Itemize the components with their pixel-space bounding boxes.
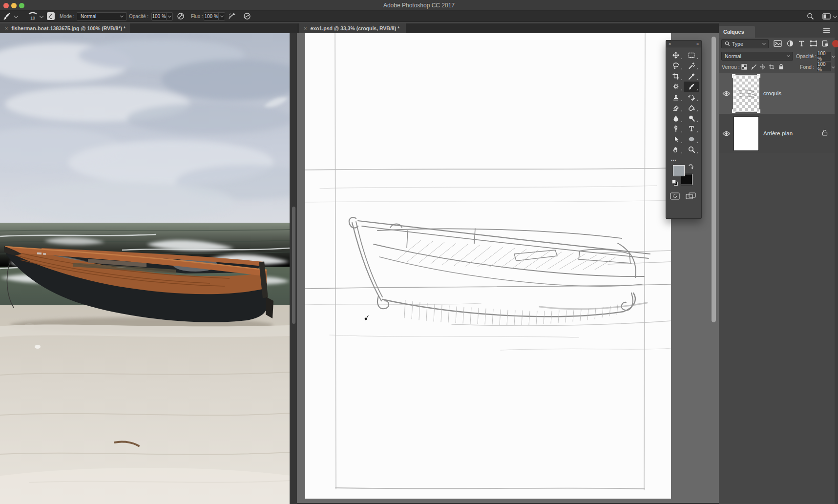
- crop-tool-icon[interactable]: [668, 71, 684, 82]
- right-scrollbar-thumb[interactable]: [712, 37, 716, 322]
- edit-toolbar-icon[interactable]: •••: [666, 155, 701, 162]
- layer-thumbnail-background[interactable]: [733, 116, 759, 151]
- brush-tool-icon[interactable]: [3, 12, 11, 21]
- lock-transparency-icon[interactable]: [741, 64, 747, 71]
- layers-panel-tabrow: Calques: [719, 22, 835, 38]
- layer-opacity-field[interactable]: 100 %: [817, 52, 831, 61]
- pen-tool-icon[interactable]: [668, 124, 684, 134]
- lock-artboard-icon[interactable]: [769, 64, 775, 71]
- layer-row-croquis[interactable]: croquis: [719, 73, 835, 114]
- airbrush-icon[interactable]: [228, 12, 236, 21]
- layer-row-arriere-plan[interactable]: Arrière-plan: [719, 114, 835, 153]
- filter-type-select[interactable]: Type: [721, 39, 769, 48]
- layers-panel: Calques Type Normal Opacité :: [719, 22, 838, 504]
- layer-name[interactable]: Arrière-plan: [763, 130, 793, 136]
- swap-colors-icon[interactable]: [688, 164, 694, 172]
- eraser-tool-icon[interactable]: [668, 103, 684, 113]
- quick-mask-mode-button[interactable]: [670, 192, 680, 202]
- left-tabbar: × fisherman-boat-1383675.jpg @ 100% (RVB…: [0, 23, 297, 33]
- type-tool-icon[interactable]: [684, 124, 699, 134]
- default-colors-icon[interactable]: [672, 180, 676, 184]
- layer-thumbnail-croquis[interactable]: [733, 76, 759, 111]
- boat-sketch: [305, 33, 671, 499]
- workspace-caret[interactable]: [833, 14, 837, 18]
- hand-tool-icon[interactable]: [668, 145, 684, 155]
- dodge-tool-icon[interactable]: [684, 113, 699, 124]
- blur-tool-icon[interactable]: [668, 113, 684, 124]
- opacity-label: Opacité :: [129, 11, 148, 22]
- filter-pixel-layers-icon[interactable]: [774, 40, 782, 49]
- layer-blend-mode-select[interactable]: Normal: [721, 52, 793, 61]
- close-tab-icon[interactable]: ×: [5, 25, 8, 31]
- opacity-field[interactable]: 100 %: [151, 12, 173, 21]
- lock-row: Verrou : Fond : 100 %: [719, 62, 835, 73]
- app-title: Adobe Photoshop CC 2017: [0, 2, 838, 9]
- layer-opacity-value: 100 %: [817, 51, 831, 62]
- ellipse-shape-tool-icon[interactable]: [684, 134, 699, 145]
- rectangular-marquee-tool-icon[interactable]: [684, 50, 699, 61]
- tools-palette-header: × «: [666, 41, 701, 47]
- close-tab-icon[interactable]: ×: [304, 25, 307, 31]
- workspace-icon[interactable]: [822, 13, 831, 21]
- brush-tool-icon-selected[interactable]: [684, 82, 699, 92]
- tab-fisherman-boat[interactable]: × fisherman-boat-1383675.jpg @ 100% (RVB…: [0, 23, 130, 33]
- sketch-canvas-area[interactable]: [297, 33, 719, 503]
- lock-pixels-icon[interactable]: [751, 64, 757, 71]
- tool-options-bar: 10 Mode : Normal Opacité : 100 % Flux : …: [0, 11, 838, 22]
- search-icon: [725, 41, 730, 46]
- chevron-down-icon[interactable]: [220, 14, 224, 17]
- chevron-down-icon[interactable]: [168, 14, 171, 17]
- fill-label: Fond :: [800, 64, 815, 70]
- tab-exo1[interactable]: × exo1.psd @ 33,3% (croquis, RVB/8) *: [299, 23, 406, 33]
- collapse-palette-icon[interactable]: «: [696, 42, 699, 46]
- move-tool-icon[interactable]: [668, 50, 684, 61]
- panel-menu-icon[interactable]: [823, 28, 830, 33]
- paint-bucket-tool-icon[interactable]: [684, 103, 699, 113]
- filter-smart-objects-icon[interactable]: [822, 40, 829, 49]
- lock-all-icon[interactable]: [778, 64, 784, 71]
- brush-picker-caret[interactable]: [40, 14, 43, 18]
- right-tabbar: × exo1.psd @ 33,3% (croquis, RVB/8) *: [297, 23, 719, 33]
- flow-value: 100 %: [204, 14, 218, 19]
- zoom-tool-icon[interactable]: [684, 145, 699, 155]
- filter-toggle-icon[interactable]: [832, 40, 838, 47]
- lock-position-icon[interactable]: [760, 64, 766, 71]
- history-brush-tool-icon[interactable]: [684, 92, 699, 103]
- blend-mode-select[interactable]: Normal: [77, 12, 127, 21]
- foreground-color-swatch[interactable]: [673, 165, 685, 176]
- search-icon[interactable]: [807, 13, 814, 21]
- flow-field[interactable]: 100 %: [204, 12, 225, 21]
- screen-mode-button[interactable]: [686, 192, 696, 202]
- quick-selection-tool-icon[interactable]: [684, 61, 699, 71]
- visibility-eye-icon[interactable]: [719, 91, 733, 96]
- lasso-tool-icon[interactable]: [668, 61, 684, 71]
- visibility-eye-icon[interactable]: [719, 131, 733, 136]
- filter-adjustment-layers-icon[interactable]: [787, 40, 794, 49]
- layer-opacity-label: Opacité :: [796, 53, 817, 59]
- left-scrollbar-track[interactable]: [290, 33, 297, 504]
- brush-preset-picker[interactable]: 10: [26, 11, 39, 21]
- left-scrollbar-thumb[interactable]: [292, 207, 295, 324]
- chevron-down-icon: [762, 41, 766, 44]
- eyedropper-tool-icon[interactable]: [684, 71, 699, 82]
- toggle-brush-panel-button[interactable]: [47, 12, 55, 20]
- tab-calques[interactable]: Calques: [719, 26, 755, 38]
- close-palette-icon[interactable]: ×: [669, 42, 671, 46]
- layer-name[interactable]: croquis: [763, 90, 781, 96]
- spot-healing-tool-icon[interactable]: [668, 82, 684, 92]
- color-swatches: [666, 162, 701, 189]
- clone-stamp-tool-icon[interactable]: [668, 92, 684, 103]
- blend-mode-row: Normal Opacité : 100 %: [719, 50, 835, 62]
- tool-grid: [666, 47, 701, 155]
- filter-type-layers-icon[interactable]: [798, 40, 805, 49]
- tool-preset-caret[interactable]: [14, 14, 18, 18]
- flow-label: Flux :: [191, 11, 203, 22]
- layer-fill-field[interactable]: 100 %: [817, 63, 831, 71]
- path-selection-tool-icon[interactable]: [668, 134, 684, 145]
- sketch-page[interactable]: [305, 33, 671, 499]
- layer-blend-mode-value: Normal: [725, 53, 787, 59]
- tablet-pressure-opacity-icon[interactable]: [177, 12, 185, 21]
- smoothing-icon[interactable]: [243, 12, 251, 21]
- photo-canvas[interactable]: [0, 33, 290, 504]
- filter-shape-layers-icon[interactable]: [810, 40, 817, 49]
